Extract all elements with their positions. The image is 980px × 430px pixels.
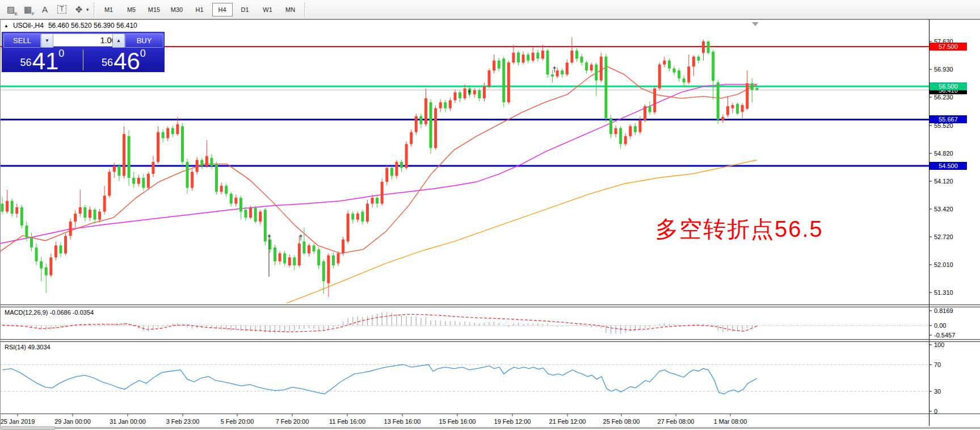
time-axis-label: 7 Feb 20:00 [276,418,309,425]
chevron-down-icon[interactable]: ▾ [86,7,89,12]
dagger-marker: † [468,89,472,97]
candle-body [347,214,350,241]
timeframe-button-H4[interactable]: H4 [212,3,233,16]
candle-body [239,198,242,212]
candle-body [634,126,637,132]
volume-increment-button[interactable]: ▲ [112,34,125,48]
candle-body [279,253,281,261]
text-box-icon[interactable]: T [54,3,69,16]
candle-body [702,41,705,53]
candle-body [259,212,262,222]
candle-body [595,65,598,81]
timeframe-button-M1[interactable]: M1 [99,3,119,16]
candle-body [410,132,413,144]
candle-body [254,208,257,222]
candle-body [69,222,72,236]
candle-body [755,88,758,90]
sell-button[interactable]: SELL [3,34,41,48]
candle-body [590,65,593,71]
buy-price-display[interactable]: 56 46 0 [84,48,163,71]
candle-body [619,128,622,144]
candle-body [317,249,320,265]
price-tick-label: 54.820 [934,150,953,157]
timeframe-button-M15[interactable]: M15 [144,3,165,16]
candle-body [527,55,529,61]
timeframe-button-D1[interactable]: D1 [235,3,255,16]
candle-body [581,57,583,63]
candle-body [721,117,724,120]
candle-body [697,57,700,61]
candle-body [459,93,461,99]
timeframe-group: M1M5M15M30H1H4D1W1MN [99,3,301,16]
candle-body [712,52,714,81]
sell-price-display[interactable]: 56 41 0 [2,48,82,71]
price-tick-label: 52.010 [934,261,953,268]
candle-body [502,59,505,102]
candle-body [643,106,646,120]
price-tick-label: 56.930 [934,66,953,73]
price-badge-label: 57.500 [939,43,958,50]
candle-body [200,160,203,166]
candle-body [751,84,754,90]
candle-body [94,210,96,220]
candle-body [678,70,680,78]
candle-body [351,214,354,220]
candle-body [366,204,369,222]
candle-body [692,57,695,67]
candle-body [449,101,452,108]
timeframe-button-H1[interactable]: H1 [190,3,210,16]
candle-body [658,65,661,89]
volume-input[interactable] [53,34,120,47]
candle-body [532,53,535,61]
candle-body [191,172,194,188]
candle-body [434,108,437,148]
cursor-mode-icon[interactable]: ✥ [71,3,86,16]
candle-body [405,144,408,168]
timeframe-button-W1[interactable]: W1 [258,3,278,16]
candle-body [464,89,466,99]
candle-body [205,156,208,166]
time-axis-label: 25 Jan 2019 [1,418,35,425]
candle-body [20,207,23,226]
candle-body [604,57,607,119]
timeframe-button-M5[interactable]: M5 [121,3,142,16]
grid-icon[interactable]: ▦F [20,3,35,16]
candle-body [157,132,159,162]
candle-body [79,207,82,214]
timeframe-button-MN[interactable]: MN [280,3,301,16]
price-tick-label: 52.720 [934,233,953,240]
candle-body [98,212,101,220]
horizontal-scrollbar-thumb[interactable] [0,427,55,430]
price-tick-label: 56.230 [934,94,953,101]
candle-body [230,194,233,204]
candle-body [293,257,296,265]
candle-body [186,162,189,188]
candle-body [64,236,67,253]
time-axis-label: 11 Feb 16:00 [329,418,365,425]
collapse-panel-icon[interactable]: ▲ [4,23,9,28]
candle-body [137,178,140,184]
candle-body [478,90,481,98]
timeframe-button-M30[interactable]: M30 [167,3,187,16]
indicators-hatch-icon[interactable]: ▨E [3,3,18,16]
toolbar-separator [94,3,95,16]
candle-body [419,116,422,124]
candle-body [283,253,286,264]
candle-body [25,226,28,237]
candle-body [142,178,145,188]
buy-price-main: 46 [113,52,140,71]
text-label-icon[interactable]: A [37,3,52,16]
time-axis-label: 21 Feb 12:00 [549,418,586,425]
candle-body [274,248,276,262]
time-axis-label: 3 Feb 23:00 [166,418,200,425]
candle-body [556,70,559,77]
candle-body [726,106,729,115]
volume-decrement-button[interactable]: ▼ [41,34,53,48]
candle-body [225,186,228,194]
candle-body [731,105,734,108]
candle-body [653,89,656,112]
buy-button[interactable]: BUY [125,34,163,48]
candle-body [707,41,710,53]
candle-body [162,132,165,139]
candle-body [717,82,720,120]
